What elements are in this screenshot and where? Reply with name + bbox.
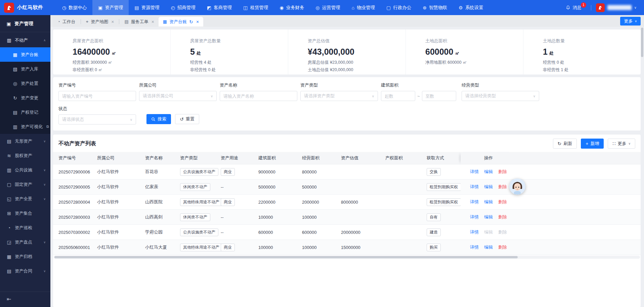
- tab-workbench[interactable]: ◔工作台: [53, 17, 80, 27]
- delete-link[interactable]: 删除: [498, 199, 507, 204]
- cell-property-area: [380, 210, 421, 225]
- sidebar-item-intangible-assets[interactable]: ▤无形资产∨: [0, 134, 50, 148]
- nav-item-merchant-mgmt[interactable]: ◩客商管理: [201, 0, 238, 15]
- reset-button-label: 重置: [186, 116, 195, 122]
- close-icon[interactable]: ×: [196, 19, 199, 24]
- detail-link[interactable]: 详情: [470, 214, 479, 219]
- sidebar-item-property-registration[interactable]: ▤产权登记: [0, 105, 50, 119]
- filter-select-operate-type[interactable]: 请选择经营类型∨: [462, 91, 539, 101]
- tabs-more-button[interactable]: 更多 ∨: [620, 17, 641, 25]
- sidebar-item-label: 资产盘点: [15, 239, 32, 245]
- sidebar-item-asset-archive[interactable]: ▦资产归档: [0, 249, 50, 264]
- nav-item-data-center[interactable]: ◷数据中心: [56, 0, 92, 15]
- delete-link[interactable]: 删除: [498, 169, 507, 174]
- nav-item-invest-mgmt[interactable]: ◴招商管理: [165, 0, 201, 15]
- reset-button[interactable]: ↺ 重置: [175, 114, 199, 124]
- detail-link[interactable]: 详情: [470, 199, 479, 204]
- add-button[interactable]: + 新增: [581, 139, 604, 149]
- edit-link[interactable]: 编辑: [484, 245, 493, 250]
- list-more-button[interactable]: ∷ 更多 ∨: [608, 139, 635, 149]
- cell-company: 小红马软件: [92, 210, 140, 225]
- filter-select-company[interactable]: 请选择所属公司∨: [139, 91, 217, 101]
- close-icon[interactable]: ×: [152, 19, 154, 24]
- sidebar-item-public-facilities[interactable]: ▥公共设施∨: [0, 163, 50, 177]
- chevron-down-icon: ∨: [533, 94, 535, 98]
- sidebar-item-asset-ledger[interactable]: ▦资产台账: [0, 47, 50, 62]
- nav-item-smart-iot[interactable]: ⊛智慧物联: [417, 0, 453, 15]
- stat-label: 资产总估值: [308, 38, 402, 44]
- sidebar-item-fixed-assets[interactable]: ▢固定资产∨: [0, 177, 50, 192]
- filter-select-status[interactable]: 请选择状态∨: [58, 114, 136, 124]
- sidebar-item-asset-change[interactable]: ↻资产变更: [0, 91, 50, 105]
- sidebar-item-asset-inbound[interactable]: ▧资产入库: [0, 62, 50, 76]
- edit-link[interactable]: 编辑: [484, 199, 493, 204]
- cell-operate-area: 2000000: [297, 195, 336, 210]
- delete-link[interactable]: 删除: [498, 214, 507, 219]
- cell-actions: 详情编辑删除: [461, 240, 516, 255]
- chevron-down-icon: ∨: [372, 94, 374, 98]
- table-row: 2025072800004小红马软件山西医院其他特殊用途不动产商业2200000…: [53, 195, 641, 210]
- detail-link[interactable]: 详情: [470, 169, 479, 174]
- close-icon[interactable]: ×: [111, 19, 114, 24]
- sidebar-item-label: 资产可视化: [21, 124, 43, 130]
- sidebar-item-asset-collection[interactable]: ⊞资产集合: [0, 206, 50, 220]
- refresh-button[interactable]: ↻ 刷新: [553, 139, 577, 149]
- cell-asset-type: 公共设施类不动产: [175, 164, 215, 180]
- filter-input-asset-code[interactable]: [58, 91, 136, 101]
- sidebar-item-asset-disposal[interactable]: ◎资产处置: [0, 76, 50, 91]
- sidebar-item-asset-contract[interactable]: ▤资产合同∨: [0, 264, 50, 278]
- sidebar-item-asset-visualization[interactable]: ▥资产可视化⧉: [0, 119, 50, 134]
- tab-asset-map[interactable]: ⌖资产地图×: [82, 17, 119, 27]
- nav-item-admin-office[interactable]: ▢行政办公: [381, 0, 417, 15]
- nav-item-operation-mgmt[interactable]: ◎运营管理: [310, 0, 346, 15]
- table-row: 2025072900006小红马软件百花谷公共设施类不动产商业900000080…: [53, 164, 641, 180]
- search-button[interactable]: 搜索: [146, 114, 171, 124]
- equity-icon: ≋: [6, 153, 12, 158]
- list-title: 不动产资产列表: [58, 140, 96, 147]
- refresh-tab-icon[interactable]: ↻: [189, 19, 193, 24]
- tab-label: 资产地图: [91, 19, 108, 25]
- nav-item-biz-finance[interactable]: ◉业务财务: [274, 0, 310, 15]
- delete-link[interactable]: 删除: [498, 184, 507, 189]
- edit-link[interactable]: 编辑: [484, 169, 493, 174]
- vertical-scrollbar-thumb[interactable]: [641, 28, 643, 57]
- map-pin-icon: ⌖: [86, 19, 88, 24]
- filter-input-asset-name[interactable]: [220, 91, 297, 101]
- sidebar-item-equity-assets[interactable]: ≋股权资产: [0, 148, 50, 163]
- detail-link[interactable]: 详情: [470, 184, 479, 189]
- stat-value: 16400000㎡: [73, 47, 167, 57]
- sidebar-item-asset-inspection[interactable]: ◔资产巡检: [0, 220, 50, 235]
- range-to-input[interactable]: [422, 91, 456, 101]
- sidebar-item-asset-stocktake[interactable]: ◲资产盘点∨: [0, 235, 50, 249]
- detail-link[interactable]: 详情: [470, 229, 479, 235]
- range-from-input[interactable]: [381, 91, 415, 101]
- user-menu[interactable]: ∨: [596, 3, 637, 12]
- detail-link[interactable]: 详情: [470, 245, 479, 250]
- stat-label: 房屋资产总数量: [190, 38, 285, 44]
- delete-link[interactable]: 删除: [498, 245, 507, 250]
- nav-item-label: 租赁管理: [250, 5, 268, 11]
- horizontal-scrollbar-thumb[interactable]: [54, 256, 518, 258]
- column-header: 资产编号: [53, 152, 92, 164]
- collapse-sidebar-icon[interactable]: ⇤: [7, 296, 11, 302]
- nav-item-lease-mgmt[interactable]: ◫租赁管理: [238, 0, 274, 15]
- assistant-avatar[interactable]: [509, 178, 525, 195]
- nav-item-resource-mgmt[interactable]: ▤资源管理: [129, 0, 165, 15]
- tab-asset-ledger[interactable]: ▦资产台账↻×: [159, 17, 203, 27]
- sidebar-item-real-estate[interactable]: ▥不动产∧: [0, 33, 50, 47]
- panorama-icon: ◱: [6, 196, 12, 202]
- filter-select-asset-type[interactable]: 请选择资产类型∨: [300, 91, 378, 101]
- edit-link[interactable]: 编辑: [484, 184, 493, 189]
- nav-item-asset-mgmt[interactable]: ▣资产管理: [92, 0, 129, 15]
- sidebar-submenu-real-estate: ▦资产台账▧资产入库◎资产处置↻资产变更▤产权登记▥资产可视化⧉: [0, 47, 50, 134]
- cell-asset-name: 山西高剑: [140, 210, 175, 225]
- chevron-down-icon: ∨: [628, 142, 631, 145]
- nav-item-system-settings[interactable]: ⚙系统设置: [453, 0, 489, 15]
- sidebar-item-asset-panorama[interactable]: ◱资产全景∨: [0, 192, 50, 206]
- nav-item-property-mgmt[interactable]: ⌂物业管理: [346, 0, 381, 15]
- tab-service-order[interactable]: ▤服务工单×: [120, 17, 158, 27]
- messages-button[interactable]: 消息 1: [565, 5, 582, 11]
- brand: 小红马软件: [0, 3, 50, 13]
- edit-link[interactable]: 编辑: [484, 214, 493, 219]
- column-header: 建筑面积: [253, 152, 297, 164]
